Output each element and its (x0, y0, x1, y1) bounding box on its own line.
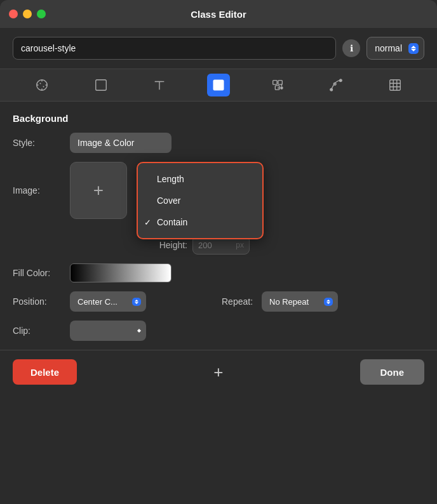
svg-rect-11 (272, 81, 276, 84)
height-label: Height: (152, 240, 187, 250)
search-row: ℹ normal (13, 37, 424, 60)
repeat-field: Repeat: No Repeat (222, 291, 424, 312)
style-row: Style: Image & Color (13, 133, 424, 153)
image-area: Image: + (13, 162, 140, 228)
svg-point-17 (330, 89, 333, 91)
traffic-lights (9, 10, 46, 18)
image-row: Image: + (13, 162, 140, 219)
clip-row: Clip: (13, 321, 424, 341)
done-button[interactable]: Done (360, 359, 425, 385)
class-name-input[interactable] (13, 37, 336, 60)
size-row: Size: Length Cover ✓ Con (152, 162, 424, 172)
size-option-cover[interactable]: Cover (138, 190, 262, 211)
info-icon: ℹ (350, 43, 353, 53)
fill-color-label: Fill Color: (13, 268, 70, 278)
size-option-contain[interactable]: ✓ Contain (138, 211, 262, 233)
close-button[interactable] (9, 10, 18, 18)
position-arrows (132, 298, 141, 306)
svg-rect-12 (278, 81, 281, 84)
fill-color-row: Fill Color: (13, 263, 424, 282)
fill-color-swatch[interactable] (70, 263, 171, 282)
repeat-value: No Repeat (269, 297, 321, 307)
maximize-button[interactable] (37, 10, 46, 18)
repeat-label: Repeat: (222, 296, 257, 307)
title-bar: Class Editor (0, 0, 437, 28)
background-section: Background Style: Image & Color Image: + (13, 113, 424, 341)
position-select[interactable]: Center C... (70, 291, 146, 312)
size-dropdown: Length Cover ✓ Contain (137, 162, 264, 239)
svg-rect-10 (213, 80, 224, 91)
position-label: Position: (13, 296, 70, 307)
text-icon[interactable] (148, 74, 171, 96)
state-select-arrows (408, 43, 419, 54)
path-icon[interactable] (325, 74, 347, 96)
delete-button[interactable]: Delete (13, 359, 77, 385)
image-and-size-area: Image: + Size: Length (13, 162, 424, 255)
layout-icon[interactable] (30, 74, 53, 96)
svg-rect-20 (389, 80, 400, 91)
size-option-cover-label: Cover (157, 196, 180, 206)
position-field: Position: Center C... (13, 291, 215, 312)
repeat-select[interactable]: No Repeat (262, 291, 338, 312)
size-option-length[interactable]: Length (138, 168, 262, 190)
size-option-length-label: Length (157, 174, 184, 184)
svg-point-18 (340, 79, 342, 82)
box-icon[interactable] (90, 74, 112, 96)
svg-rect-7 (96, 80, 107, 91)
state-select[interactable]: normal (366, 37, 424, 60)
clip-label: Clip: (13, 326, 70, 336)
style-label: Style: (13, 138, 70, 148)
image-label: Image: (13, 185, 70, 196)
position-value: Center C... (77, 297, 130, 307)
add-button[interactable]: + (206, 359, 231, 385)
svg-line-5 (40, 83, 41, 84)
align-icon[interactable] (266, 74, 289, 96)
main-content: ℹ normal (0, 28, 437, 394)
position-repeat-row: Position: Center C... Repeat: No Repeat (13, 291, 424, 312)
fill-icon[interactable] (207, 74, 230, 96)
repeat-arrows (324, 298, 333, 306)
divider (0, 350, 437, 350)
state-select-value: normal (375, 43, 402, 53)
size-fields: Size: Length Cover ✓ Con (140, 162, 424, 255)
svg-point-14 (280, 86, 283, 90)
info-button[interactable]: ℹ (342, 39, 360, 57)
plus-icon: + (93, 180, 104, 201)
check-mark: ✓ (144, 218, 151, 227)
clip-select[interactable] (70, 321, 146, 341)
style-select[interactable]: Image & Color (70, 133, 171, 153)
footer: Delete + Done (13, 359, 424, 385)
minimize-button[interactable] (23, 10, 32, 18)
section-title: Background (13, 113, 424, 124)
window-title: Class Editor (191, 9, 246, 20)
svg-line-6 (43, 86, 44, 87)
toolbar (0, 69, 437, 102)
clip-arrows (137, 329, 141, 333)
image-add-button[interactable]: + (70, 162, 127, 219)
size-option-contain-label: Contain (157, 217, 187, 227)
grid-icon[interactable] (384, 74, 407, 96)
